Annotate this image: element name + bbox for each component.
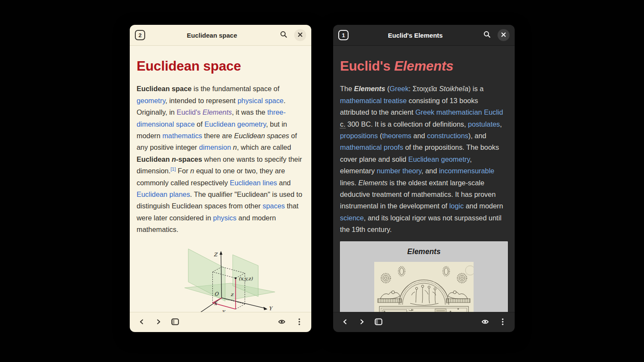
y-seg-label: y — [222, 309, 226, 312]
eye-icon — [278, 318, 286, 326]
article-link[interactable]: dimension — [199, 143, 231, 151]
article-link[interactable]: science — [340, 214, 364, 222]
menu-button[interactable] — [293, 316, 306, 329]
text-segment: ( — [378, 132, 382, 139]
article-scroll-area[interactable]: Euclidean space Euclidean space is the f… — [130, 46, 311, 312]
text-segment: For — [176, 167, 191, 175]
article-scroll-area[interactable]: Euclid's Elements The Elements (Greek: Σ… — [333, 46, 515, 312]
text-segment: , and its logical rigor was not surpasse… — [340, 214, 501, 233]
search-button[interactable] — [277, 29, 290, 42]
article-link[interactable]: theorems — [382, 132, 411, 139]
tab-overview-button[interactable]: 1 — [338, 30, 349, 40]
chevron-right-icon — [155, 318, 162, 326]
article-link[interactable]: Euclid — [484, 108, 503, 116]
article-link[interactable]: logic — [449, 202, 464, 210]
text-segment: -spaces — [176, 155, 202, 163]
text-segment: n — [190, 167, 194, 175]
close-button[interactable] — [498, 29, 510, 41]
sidebar-toggle-icon — [171, 318, 179, 326]
article-link[interactable]: Elements — [203, 108, 232, 116]
reader-mode-button[interactable] — [479, 316, 492, 329]
kebab-menu-icon — [298, 318, 300, 327]
article-link[interactable]: Greek — [390, 85, 409, 92]
article-link[interactable]: postulates — [468, 120, 500, 128]
article-link[interactable]: physics — [213, 214, 237, 222]
sidebar-toggle-button[interactable] — [372, 316, 385, 329]
titlebar: 2 Euclidean space — [130, 25, 311, 46]
text-segment: c. — [340, 120, 346, 128]
article-link[interactable]: incommensurable — [439, 167, 494, 175]
text-segment: there are — [202, 132, 234, 139]
back-button[interactable] — [135, 316, 148, 329]
article-title: Euclid's Elements — [340, 58, 508, 74]
article-title: Euclidean space — [137, 58, 304, 74]
article-link[interactable]: Euclidean planes — [137, 190, 190, 198]
magnifier-icon — [483, 31, 491, 39]
article-link[interactable]: constructions — [427, 132, 468, 139]
article-paragraph: The Elements (Greek: Στοιχεῖα Stoikheîa)… — [340, 83, 508, 235]
text-segment: and — [411, 132, 427, 139]
reader-mode-button[interactable] — [275, 316, 288, 329]
frontispiece-image[interactable] — [374, 262, 474, 312]
article-link[interactable]: Euclidean geometry — [408, 155, 470, 163]
article-link[interactable]: physical space — [238, 97, 284, 104]
point-label: (x,y,z) — [239, 276, 253, 282]
text-segment: ( — [385, 85, 390, 92]
z-arrowhead — [220, 251, 223, 255]
article-link[interactable]: Greek mathematician — [415, 108, 482, 116]
text-segment: , which are called — [237, 143, 291, 151]
window-title: Euclidean space — [155, 32, 268, 39]
sidebar-toggle-button[interactable] — [169, 316, 182, 329]
text-segment: Euclidean spaces — [234, 132, 289, 139]
article-image-card[interactable]: Elements — [340, 241, 508, 312]
article-paragraph: Euclidean space is the fundamental space… — [137, 83, 304, 235]
text-segment: , — [500, 120, 502, 128]
text-segment: , and — [421, 167, 439, 175]
article-link[interactable]: [1] — [170, 166, 176, 172]
article-link[interactable]: mathematical treatise — [340, 97, 407, 104]
titlebar: 1 Euclid's Elements — [333, 25, 515, 46]
text-segment: of — [195, 120, 205, 128]
forward-button[interactable] — [152, 316, 165, 329]
text-segment: Elements — [394, 58, 453, 74]
back-button[interactable] — [339, 316, 352, 329]
text-segment: : Στοιχεῖα — [408, 85, 439, 92]
text-segment: n — [233, 143, 237, 151]
text-segment: and — [277, 179, 291, 187]
article-link[interactable]: mathematics — [162, 132, 202, 139]
article-link[interactable]: number theory — [377, 167, 421, 175]
article-link[interactable]: Euclidean geometry — [205, 120, 266, 128]
text-segment: ) is a — [468, 85, 484, 92]
y-axis — [222, 298, 265, 308]
text-segment: and modern — [464, 202, 503, 210]
chevron-left-icon — [138, 318, 145, 326]
forward-button[interactable] — [355, 316, 368, 329]
text-segment: , intended to represent — [165, 97, 238, 104]
article-link[interactable]: mathematical proofs — [340, 143, 403, 151]
close-button[interactable] — [294, 29, 306, 41]
magnifier-icon — [280, 31, 287, 39]
coordinate-diagram-image[interactable]: Z Y O x y z (x,y,z) — [185, 245, 279, 312]
article-link[interactable]: Euclid's — [177, 108, 203, 116]
article-link[interactable]: propositions — [340, 132, 378, 139]
z-axis-label: Z — [214, 252, 218, 258]
menu-button[interactable] — [496, 316, 509, 329]
y-axis-label: Y — [269, 306, 273, 312]
search-button[interactable] — [480, 29, 493, 42]
bottom-toolbar — [130, 312, 311, 332]
article-link[interactable]: spaces — [262, 202, 285, 210]
text-segment: The — [340, 85, 354, 92]
close-icon — [298, 32, 303, 39]
article-link[interactable]: geometry — [137, 97, 165, 104]
point-marker — [235, 277, 236, 279]
text-segment: is the fundamental space of — [191, 85, 279, 92]
text-segment: lines. — [340, 179, 358, 187]
tab-overview-button[interactable]: 2 — [135, 30, 145, 40]
text-segment: , it was the — [232, 108, 267, 116]
text-segment: Elements — [358, 179, 388, 187]
y-arrowhead — [263, 307, 267, 310]
origin-label: O — [215, 291, 219, 297]
text-segment: Euclidean — [137, 155, 172, 163]
text-segment: ), and — [468, 132, 486, 139]
article-link[interactable]: Euclidean lines — [230, 179, 277, 187]
